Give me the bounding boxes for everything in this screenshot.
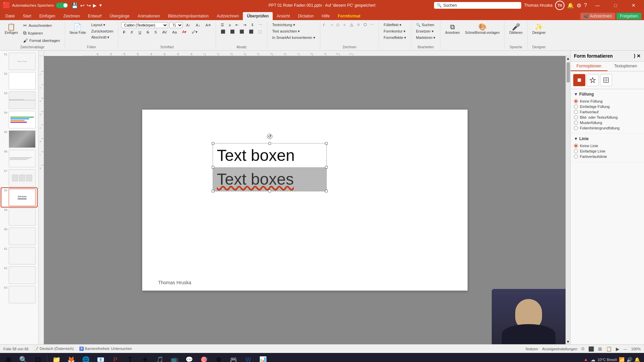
btn-col-spacing[interactable]: ⇕ (249, 22, 256, 28)
autosave-toggle[interactable] (56, 3, 68, 8)
maximize-button[interactable]: □ (608, 0, 623, 11)
handle-top-left[interactable] (212, 142, 214, 145)
btn-clear-format[interactable]: A✕ (204, 22, 213, 28)
btn-kopieren[interactable]: ⧉ Kopieren (21, 29, 62, 37)
taskbar-powerpoint[interactable]: P (108, 353, 122, 362)
radio-einfarbige-fullung[interactable]: Einfarbige Füllung (574, 104, 641, 109)
close-button[interactable]: ✕ (626, 0, 641, 11)
handle-bottom-middle[interactable] (268, 190, 271, 192)
radio-farbverlaufslinie[interactable]: Farbverlaufslinie (574, 154, 641, 159)
btn-highlight[interactable]: 🖊▾ (190, 29, 200, 35)
btn-font-color[interactable]: A▾ (180, 29, 189, 35)
scroll-up-arrow[interactable]: ▲ (566, 56, 571, 61)
slide-thumb-51[interactable]: 51 Neue Folie (1, 52, 37, 71)
btn-strikethrough[interactable]: S (145, 29, 151, 35)
tab-hilfe[interactable]: Hilfe (318, 12, 334, 20)
btn-neue-folie[interactable]: 📄 Neue Folie (68, 22, 88, 36)
btn-fulleffekt[interactable]: Fülleffekt ▾ (382, 22, 404, 28)
btn-align-justify[interactable]: ⬛ (247, 29, 256, 35)
accessibility-indicator[interactable]: ♿ Barrierefreiheit: Untersuchen (79, 347, 132, 351)
slide-thumb-56[interactable]: 56 (1, 149, 37, 168)
slide-canvas[interactable]: ↺ Text boxen Text boxes (142, 110, 468, 291)
slide-thumb-58[interactable]: 58 Text boxen Text boxes (1, 188, 37, 207)
tab-ubergange[interactable]: Übergänge (106, 12, 133, 20)
shape-more[interactable]: ⋯ (370, 22, 376, 27)
btn-suchen[interactable]: 🔍 Suchen (414, 22, 436, 28)
canvas-area[interactable]: ↺ Text boxen Text boxes (44, 56, 566, 344)
slide-thumb-54[interactable]: 54 (1, 110, 37, 129)
shape-oval[interactable]: ○ (343, 22, 349, 27)
taskbar-firefox[interactable]: 🦊 (64, 353, 78, 362)
btn-schnellformat[interactable]: 🎨 Schnellformat-vorlagen (463, 22, 502, 36)
dropdown-icon[interactable]: ▼ (99, 3, 103, 8)
btn-einfugen[interactable]: 📋 Einfügen (3, 22, 20, 36)
text-line2[interactable]: Text boxes (213, 167, 326, 191)
tab-start[interactable]: Start (19, 12, 35, 20)
btn-align-center[interactable]: ⬛ (228, 29, 237, 35)
task-view-button[interactable]: ⊡ (31, 353, 45, 362)
tab-animationen[interactable]: Animationen (133, 12, 164, 20)
btn-abschnitt[interactable]: Abschnitt ▾ (89, 35, 115, 40)
start-button[interactable]: ⊞ (1, 353, 15, 362)
radio-folienhintergrund[interactable]: Folienhintergrundfüllung (574, 125, 641, 131)
minimize-button[interactable]: — (590, 0, 605, 11)
view-normal-btn[interactable]: ⬛ (588, 346, 594, 352)
rotate-handle[interactable]: ↺ (267, 134, 272, 139)
network-icon[interactable]: 📶 (619, 357, 625, 362)
handle-middle-right[interactable] (325, 166, 328, 169)
btn-columns[interactable]: ⬚ (256, 29, 264, 35)
btn-zurucksetzen[interactable]: Zurücksetzen (89, 28, 115, 34)
rpanel-section-linie-header[interactable]: ▼ Linie (574, 136, 641, 141)
present-icon[interactable]: ▶ (93, 3, 97, 8)
shape-star[interactable]: ☆ (357, 22, 363, 27)
slide-thumb-62[interactable]: 62 (1, 266, 37, 285)
shape-tri[interactable]: △ (350, 22, 356, 27)
taskbar-app1[interactable]: 🎵 (153, 353, 167, 362)
undo-icon[interactable]: ↩ (80, 2, 85, 9)
radio-keine-linie[interactable]: Keine Linie (574, 143, 641, 148)
font-selector[interactable]: Calibri (Textkörper) (121, 22, 168, 28)
radio-bild-textur[interactable]: Bild- oder Texturfüllung (574, 115, 641, 120)
handle-middle-left[interactable] (212, 166, 214, 169)
btn-indent-left[interactable]: ⇤ (233, 22, 240, 28)
bell-icon[interactable]: 🔔 (567, 2, 574, 9)
btn-markieren[interactable]: Markieren ▾ (414, 35, 437, 41)
slide-thumb-57[interactable]: 57 (1, 169, 37, 187)
tab-datei[interactable]: Datei (1, 12, 19, 20)
shape-flow[interactable]: ⬡ (363, 22, 369, 27)
view-sorter-btn[interactable]: ⊞ (598, 346, 602, 352)
view-notes-btn[interactable]: 📋 (606, 346, 612, 352)
taskbar-app7[interactable]: 📊 (256, 353, 270, 362)
taskbar-app5[interactable]: ⚙ (212, 353, 226, 362)
btn-align-left[interactable]: ⬛ (219, 29, 227, 35)
notes-btn[interactable]: Notizen (526, 347, 538, 351)
view-slideshow-btn[interactable]: ▶ (616, 346, 620, 352)
handle-bottom-left[interactable] (212, 190, 214, 192)
btn-diktieren[interactable]: 🎤 Diktieren (507, 22, 524, 36)
btn-case[interactable]: Aa (170, 29, 179, 35)
rpanel-tab-formoptionen[interactable]: Formoptionen (571, 62, 607, 71)
radio-farbverlauf[interactable]: Farbverlauf (574, 109, 641, 115)
slide-thumb-63[interactable]: 63 (1, 285, 37, 304)
settings-icon[interactable]: ⚙ (577, 2, 581, 9)
btn-ersetzen[interactable]: Ersetzen ▾ (414, 28, 435, 34)
taskbar-app3[interactable]: 💬 (182, 353, 196, 362)
tab-aufzeichnen-right[interactable]: 📹 Aufzeichnen (580, 13, 615, 19)
tab-aufzeichnen[interactable]: Aufzeichnen (213, 12, 243, 20)
shape-arrow[interactable]: → (330, 22, 336, 27)
radio-einfarbige-linie[interactable]: Einfarbige Linie (574, 148, 641, 154)
btn-smartart[interactable]: In SmartArt konvertieren ▾ (270, 35, 317, 41)
shape-line[interactable]: / (323, 22, 329, 27)
btn-anordnen[interactable]: ⧉ Anordnen (443, 22, 462, 36)
taskbar-explorer[interactable]: 📁 (49, 353, 63, 362)
search-box[interactable]: 🔍 Suchen (434, 2, 521, 9)
btn-more-options[interactable]: ⋯ (257, 22, 264, 28)
save-icon[interactable]: 💾 (71, 2, 78, 9)
taskbar-app2[interactable]: 📺 (167, 353, 181, 362)
rpanel-collapse-btn[interactable]: ⟩ (634, 53, 635, 59)
btn-formeffekte[interactable]: Formeffekte ▾ (382, 35, 409, 41)
taskbar-teams[interactable]: T (123, 353, 137, 362)
tab-freigeben[interactable]: Freigeben (616, 13, 641, 19)
btn-increase-font[interactable]: A↑ (184, 22, 193, 28)
handle-top-middle[interactable] (268, 142, 271, 145)
